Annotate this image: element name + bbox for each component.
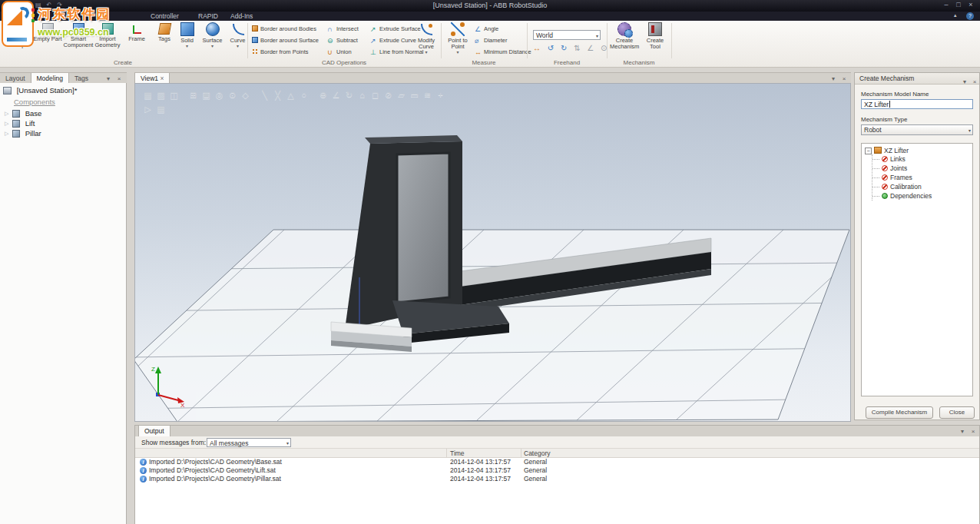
tree-expand-icon[interactable]: ▷ <box>5 111 8 117</box>
chevron-down-icon[interactable]: ▾ <box>413 50 439 55</box>
collapse-ribbon-icon[interactable]: ▴ <box>954 12 957 18</box>
close-icon[interactable]: × <box>969 428 977 435</box>
tree-item-station[interactable]: [Unsaved Station]* <box>3 86 77 95</box>
tab-output[interactable]: Output <box>138 426 171 436</box>
compile-mechanism-button[interactable]: Compile Mechanism <box>866 406 933 419</box>
border-from-points-button[interactable]: Border from Points <box>252 48 309 58</box>
viewport-tool-icon[interactable]: ▱ <box>395 90 408 100</box>
viewport-tool-icon[interactable]: ⊕ <box>316 90 329 100</box>
rotate-ccw-icon[interactable]: ↺ <box>548 44 554 52</box>
mechanism-tree-item-joints[interactable]: Joints <box>872 164 972 173</box>
mechanism-tree-root[interactable]: −XZ Lifter <box>862 144 972 154</box>
tab-rapid[interactable]: RAPID <box>198 12 218 20</box>
chevron-down-icon[interactable]: ▾ <box>444 50 472 55</box>
output-row[interactable]: i Imported D:\Projects\CAD Geometry\Base… <box>135 458 979 466</box>
3d-scene[interactable]: Z X <box>135 84 851 422</box>
viewport-tool-icon[interactable]: ▭ <box>408 90 421 100</box>
close-panel-button[interactable]: Close <box>939 406 975 419</box>
minimum-distance-button[interactable]: ↔Minimum Distance <box>475 48 531 58</box>
viewport-tool-icon[interactable]: ≋ <box>421 90 434 100</box>
viewport-tool-icon[interactable]: ▦ <box>141 90 154 100</box>
chevron-down-icon[interactable]: ▾ <box>200 44 224 48</box>
column-header-time[interactable]: Time <box>450 449 465 457</box>
viewport-tool-icon[interactable]: ⊙ <box>226 90 239 100</box>
smart-component-button[interactable]: Smart Component <box>63 23 94 48</box>
tab-modeling[interactable]: Modeling <box>31 73 70 84</box>
mechanism-tree-item-calibration[interactable]: Calibration <box>872 182 972 191</box>
viewport-tool-icon[interactable]: ▨ <box>154 90 167 100</box>
output-row[interactable]: i Imported D:\Projects\CAD Geometry\Lift… <box>135 466 979 475</box>
close-icon[interactable]: × <box>971 76 978 88</box>
viewport-tool-icon[interactable]: ╳ <box>271 90 284 100</box>
viewport-tool-icon[interactable]: + <box>434 90 447 100</box>
intersect-button[interactable]: ∩Intersect <box>327 25 359 35</box>
tree-item-base[interactable]: Base <box>12 109 41 118</box>
close-button[interactable]: × <box>965 1 977 8</box>
extrude-curve-button[interactable]: ↗Extrude Curve <box>370 37 416 46</box>
tree-collapse-icon[interactable]: − <box>865 148 872 154</box>
mechanism-tree-item-links[interactable]: Links <box>872 154 972 164</box>
jog-linear-icon[interactable]: ∠ <box>587 44 594 52</box>
diameter-button[interactable]: ⌀Diameter <box>475 37 507 46</box>
pin-icon[interactable]: ▾ <box>958 428 966 435</box>
viewport-tool-icon[interactable]: ◇ <box>239 90 252 100</box>
minimize-button[interactable]: – <box>940 1 952 8</box>
tree-item-pillar[interactable]: Pillar <box>12 129 41 138</box>
viewport-tool-icon[interactable]: ◻ <box>369 90 382 100</box>
angle-button[interactable]: ∠Angle <box>475 25 498 35</box>
viewport-tool-icon[interactable]: △ <box>284 90 297 100</box>
tab-layout[interactable]: Layout <box>0 73 31 84</box>
chevron-down-icon[interactable]: ▾ <box>226 44 250 48</box>
viewport-tool-icon[interactable]: ▦ <box>154 104 167 114</box>
viewport-tool-icon[interactable]: ⌂ <box>356 90 369 100</box>
tree-expand-icon[interactable]: ▷ <box>5 131 8 137</box>
modify-curve-button[interactable]: Modify Curve ▾ <box>413 22 439 55</box>
column-header-category[interactable]: Category <box>524 449 551 457</box>
mechanism-tree-item-frames[interactable]: Frames <box>872 173 972 182</box>
frame-button[interactable]: Frame <box>121 23 152 42</box>
part-pillar-panel[interactable] <box>397 153 449 303</box>
empty-part-button[interactable]: Empty Part <box>32 23 63 42</box>
union-button[interactable]: ∪Union <box>327 48 352 58</box>
point-to-point-button[interactable]: Point to Point ▾ <box>444 22 472 55</box>
close-icon[interactable]: × <box>115 75 123 82</box>
move-icon[interactable]: ↔ <box>533 44 541 52</box>
pin-icon[interactable]: ▾ <box>104 75 112 82</box>
close-icon[interactable]: × <box>840 75 848 82</box>
pin-icon[interactable]: ▾ <box>829 75 837 82</box>
viewport-tool-icon[interactable]: ◎ <box>213 90 226 100</box>
rotate-cw-icon[interactable]: ↻ <box>561 44 567 52</box>
tab-view1[interactable]: View1 × <box>134 73 170 84</box>
chevron-down-icon[interactable]: ▾ <box>175 44 199 48</box>
create-tool-button[interactable]: Create Tool <box>642 22 668 50</box>
tree-expand-icon[interactable]: ▷ <box>5 121 8 127</box>
solid-button[interactable]: Solid ▾ <box>175 22 199 48</box>
viewport-tool-icon[interactable]: ▣ <box>200 90 213 100</box>
component-group-button[interactable]: Component Group <box>2 23 32 48</box>
viewport-tool-icon[interactable]: ○ <box>297 90 310 100</box>
reference-dropdown[interactable]: World ▾ <box>533 30 601 40</box>
maximize-button[interactable]: □ <box>952 1 965 8</box>
create-mechanism-button[interactable]: Create Mechanism <box>610 22 639 50</box>
mechanism-tree-item-dependencies[interactable]: Dependencies <box>872 191 972 201</box>
import-geometry-button[interactable]: Import Geometry <box>92 23 123 48</box>
mechanism-type-dropdown[interactable]: Robot ▾ <box>861 124 973 135</box>
viewport-tool-icon[interactable]: ↻ <box>343 90 356 100</box>
tree-item-lift[interactable]: Lift <box>12 119 35 128</box>
viewport-tool-icon[interactable]: ◫ <box>167 90 180 100</box>
mechanism-name-input[interactable]: XZ Lifter <box>861 99 973 109</box>
help-icon[interactable]: ? <box>966 12 974 20</box>
border-around-bodies-button[interactable]: Border around Bodies <box>252 25 316 35</box>
output-row[interactable]: i Imported D:\Projects\CAD Geometry\Pill… <box>135 475 979 483</box>
tab-tags[interactable]: Tags <box>69 73 94 84</box>
close-view-icon[interactable]: × <box>160 75 164 82</box>
curve-button[interactable]: Curve ▾ <box>226 22 250 48</box>
tree-section-components[interactable]: Components <box>14 98 55 107</box>
viewport-tool-icon[interactable]: ∠ <box>329 90 343 100</box>
tab-controller[interactable]: Controller <box>151 12 179 20</box>
viewport-tool-icon[interactable]: ⊞ <box>187 90 200 100</box>
jog-joint-icon[interactable]: ⇅ <box>574 44 580 52</box>
surface-button[interactable]: Surface ▾ <box>200 22 224 48</box>
viewport-tool-icon[interactable]: ╲ <box>258 90 271 100</box>
pin-icon[interactable]: ▾ <box>961 76 968 88</box>
